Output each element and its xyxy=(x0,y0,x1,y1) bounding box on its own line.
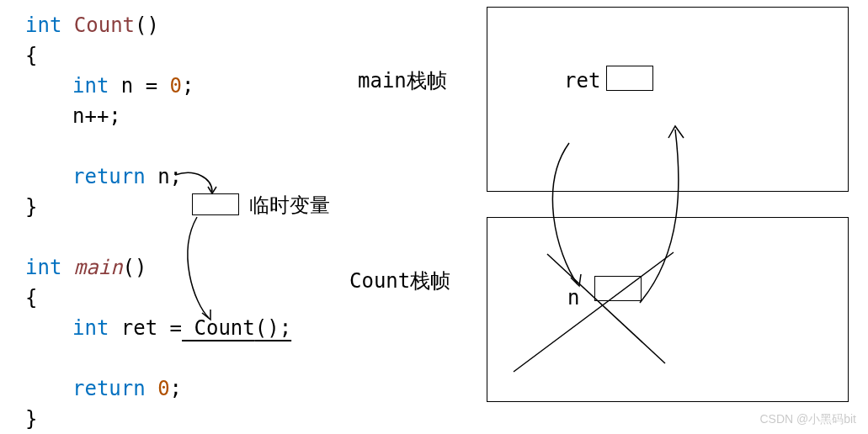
semi: ; xyxy=(170,377,182,400)
keyword-int: int xyxy=(25,13,61,37)
brace: } xyxy=(25,195,37,219)
function-main: main xyxy=(74,256,123,279)
main-stack-frame xyxy=(487,7,849,192)
var-n-label: n xyxy=(567,286,579,310)
var-ret: ret xyxy=(109,316,169,340)
code-line: n++; xyxy=(25,101,291,131)
var-ret-label: ret xyxy=(564,69,600,93)
var-n-box xyxy=(594,276,642,301)
literal-zero: 0 xyxy=(157,74,182,98)
keyword-int: int xyxy=(25,256,61,279)
temp-var-box xyxy=(192,193,239,215)
brace: } xyxy=(25,407,37,431)
code-line: { xyxy=(25,283,291,313)
brace: { xyxy=(25,286,37,310)
keyword-int: int xyxy=(72,316,109,340)
code-line: int Count() xyxy=(25,10,291,40)
op-eq: = xyxy=(170,316,182,340)
return-expr: n; xyxy=(146,165,182,188)
count-frame-label: Count栈帧 xyxy=(349,267,450,294)
count-stack-frame xyxy=(487,217,849,402)
code-line: int n = 0; xyxy=(25,71,291,101)
brace: { xyxy=(25,44,37,67)
code-line: int main() xyxy=(25,252,291,283)
stmt-incr: n++; xyxy=(72,104,121,128)
keyword-int: int xyxy=(72,74,109,98)
keyword-return: return xyxy=(72,377,146,400)
call-name: Count xyxy=(182,316,255,340)
call-parens: (); xyxy=(255,316,291,340)
code-line: return n; xyxy=(25,161,291,192)
parens: () xyxy=(135,13,159,37)
literal-zero: 0 xyxy=(146,377,170,400)
op-eq: = xyxy=(146,74,157,98)
code-line xyxy=(25,343,291,373)
parens: () xyxy=(123,256,147,279)
code-line xyxy=(25,222,291,252)
code-block: int Count() { int n = 0; n++; return n; … xyxy=(25,10,291,434)
semi: ; xyxy=(182,74,194,98)
temp-var-label: 临时变量 xyxy=(249,192,330,219)
keyword-return: return xyxy=(72,165,146,188)
code-line xyxy=(25,131,291,161)
var-n: n xyxy=(109,74,145,98)
var-ret-box xyxy=(606,66,653,91)
code-line: } xyxy=(25,404,291,434)
main-frame-label: main栈帧 xyxy=(358,67,447,94)
code-line: int ret = Count(); xyxy=(25,313,291,343)
watermark: CSDN @小黑码bit xyxy=(759,412,856,427)
code-line: return 0; xyxy=(25,373,291,404)
code-line: { xyxy=(25,40,291,71)
function-name: Count xyxy=(74,13,135,37)
